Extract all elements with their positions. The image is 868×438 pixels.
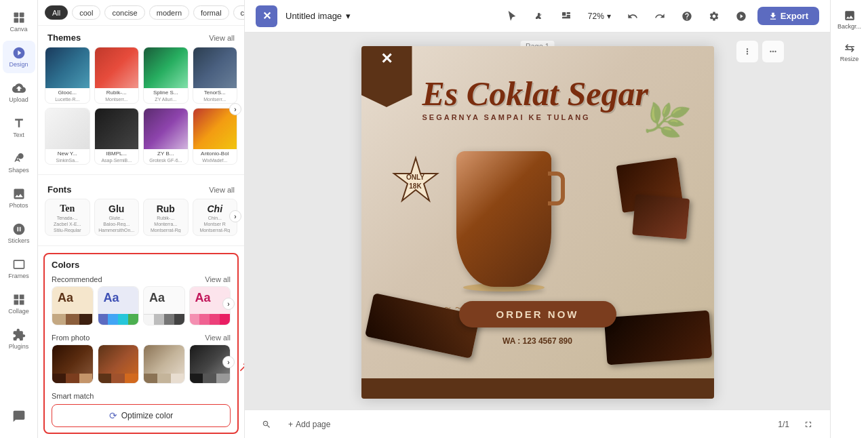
font-card-2[interactable]: Glu Glute... Baloo-Reg... HammersithOn..… xyxy=(94,199,140,236)
style-tags-row: All cool concise modern formal cute Ho..… xyxy=(38,0,244,26)
font-sub2-3: Montserrat-Rg xyxy=(146,228,185,233)
theme-card-3[interactable]: Spline S... ZY Alluri... xyxy=(143,47,189,104)
font-card-3[interactable]: Rub Rubik-... Monterra... Montserrat-Rg xyxy=(143,199,189,236)
theme-card-4[interactable]: TenorS... Montserr... xyxy=(193,47,238,104)
sidebar-item-templates[interactable]: Canva xyxy=(3,5,35,38)
zoom-out-button[interactable] xyxy=(256,414,277,435)
recommended-title: Recommended xyxy=(52,275,102,283)
from-photo-card-1[interactable] xyxy=(52,344,94,384)
chevron-down-icon: ▾ xyxy=(346,11,351,21)
redo-button[interactable] xyxy=(649,5,671,27)
theme-card-1[interactable]: Glooc... Lucette-R... xyxy=(45,47,90,104)
sidebar-item-photos[interactable]: Photos xyxy=(3,182,35,214)
hand-tool-button[interactable] xyxy=(528,5,550,27)
fonts-next-arrow[interactable]: › xyxy=(229,210,241,222)
smart-match-section: Smart match ⟳ Optimize color xyxy=(45,389,237,433)
style-tag-cool[interactable]: cool xyxy=(72,5,100,20)
top-bar: ✕ Untitled image ▾ 72% ▾ xyxy=(245,0,830,33)
sidebar-item-stickers[interactable]: Stickers xyxy=(3,217,35,250)
font-detail-2: Glute... xyxy=(98,216,136,220)
palette-card-2[interactable]: Aa xyxy=(98,286,140,325)
themes-next-arrow[interactable]: › xyxy=(229,103,241,115)
from-photo-card-3[interactable] xyxy=(143,344,185,384)
main-area: ✕ Untitled image ▾ 72% ▾ xyxy=(245,0,830,438)
zoom-control[interactable]: 72% ▾ xyxy=(583,9,616,24)
resize-label: Resize xyxy=(840,56,859,62)
zoom-chevron-icon: ▾ xyxy=(607,12,611,21)
sidebar-item-shapes-label: Shapes xyxy=(8,167,29,174)
font-name-2: Glu xyxy=(98,203,136,214)
sidebar-item-plugins[interactable]: Plugins xyxy=(3,323,35,355)
canvas-frame[interactable]: ✕ Es Coklat Segar SEGARNYA SAMPAI KE TUL… xyxy=(361,46,714,399)
from-photo-card-2[interactable] xyxy=(98,344,140,384)
sidebar-item-upload[interactable]: Upload xyxy=(3,76,35,108)
export-button[interactable]: Export xyxy=(757,7,819,25)
optimize-icon: ⟳ xyxy=(109,410,117,421)
theme-name-4: TenorS... xyxy=(193,88,237,97)
themes-view-all[interactable]: View all xyxy=(209,34,235,42)
style-tag-cute[interactable]: cute xyxy=(233,5,244,20)
top-bar-right: 72% ▾ Export xyxy=(501,5,819,27)
svg-rect-6 xyxy=(566,15,570,17)
style-tag-formal[interactable]: formal xyxy=(193,5,229,20)
canvas-more-button[interactable] xyxy=(762,41,784,62)
palette-card-3[interactable]: Aa xyxy=(143,286,185,325)
theme-card-5[interactable]: New Y... SinkinSa... xyxy=(45,108,90,165)
style-tag-all[interactable]: All xyxy=(45,5,68,20)
font-card-1[interactable]: Ten Tenada-... Zacbel X-E... Stilu-Regul… xyxy=(45,199,90,236)
theme-card-2[interactable]: Rubik-... Montserr... xyxy=(94,47,140,104)
font-sub-3: Monterra... xyxy=(146,222,185,226)
sidebar-item-collage[interactable]: Collage xyxy=(3,287,35,320)
sidebar-item-frames[interactable]: Frames xyxy=(3,252,35,285)
help-button[interactable] xyxy=(676,5,698,27)
svg-rect-1 xyxy=(19,13,24,18)
sidebar-item-design[interactable]: Design xyxy=(3,41,35,73)
cursor-tool-button[interactable] xyxy=(501,5,523,27)
svg-rect-0 xyxy=(14,13,18,18)
resize-button[interactable]: Resize xyxy=(835,38,865,66)
sidebar-item-text[interactable]: Text xyxy=(3,111,35,144)
from-photo-view-all[interactable]: View all xyxy=(205,334,231,342)
sidebar-item-text-label: Text xyxy=(13,132,24,138)
choc-bottom-right xyxy=(606,314,714,365)
from-photo-next-arrow[interactable]: › xyxy=(222,356,235,368)
palette-card-1[interactable]: Aa xyxy=(52,286,94,325)
canvas-area[interactable]: Page 1 ✕ Es Coklat Segar xyxy=(245,33,830,410)
style-tag-concise[interactable]: concise xyxy=(104,5,144,20)
theme-card-8[interactable]: Antonio-Bol WixMadef... xyxy=(193,108,238,165)
add-page-button[interactable]: + Add page xyxy=(283,414,336,435)
doc-title-text: Untitled image xyxy=(285,11,342,21)
canvas-controls xyxy=(736,41,784,62)
font-sub2-4: Montserrat-Rg xyxy=(196,228,235,233)
ribbon: ✕ xyxy=(361,46,422,114)
share-button[interactable] xyxy=(730,5,752,27)
fullscreen-button[interactable] xyxy=(797,414,819,435)
colors-header: Colors xyxy=(45,254,237,273)
background-button[interactable]: Backgr... xyxy=(835,5,865,34)
theme-name-7: ZY B... xyxy=(144,149,188,158)
page-info: 1/1 xyxy=(778,420,789,429)
add-page-label: Add page xyxy=(296,420,330,429)
recommended-header: Recommended View all xyxy=(45,273,237,286)
red-arrow-from-photo: ↗ xyxy=(238,359,245,375)
settings-button[interactable] xyxy=(703,5,725,27)
theme-card-6[interactable]: IBMPL... Asap-SemiB... xyxy=(94,108,140,165)
font-name-3: Rub xyxy=(146,203,185,214)
style-tag-modern[interactable]: modern xyxy=(149,5,189,20)
fonts-view-all[interactable]: View all xyxy=(209,186,235,194)
doc-title[interactable]: Untitled image ▾ xyxy=(285,11,351,21)
recommended-next-arrow[interactable]: › xyxy=(222,298,235,310)
undo-button[interactable] xyxy=(622,5,644,27)
font-sub2-2: HammersithOn... xyxy=(98,228,136,233)
font-detail-4: Chin... xyxy=(196,216,235,220)
recommended-view-all[interactable]: View all xyxy=(205,275,231,283)
order-now-button: ORDER NOW xyxy=(459,301,616,327)
canvas-settings-button[interactable] xyxy=(736,41,758,62)
optimize-color-button[interactable]: ⟳ Optimize color xyxy=(52,404,231,427)
theme-card-7[interactable]: ZY B... Grotesk GF-6... xyxy=(143,108,189,165)
sidebar-item-frames-label: Frames xyxy=(8,273,29,279)
layout-button[interactable] xyxy=(555,5,577,27)
sidebar-item-notes[interactable] xyxy=(3,400,35,433)
sidebar-item-shapes[interactable]: Shapes xyxy=(3,146,35,179)
export-label: Export xyxy=(781,11,808,21)
